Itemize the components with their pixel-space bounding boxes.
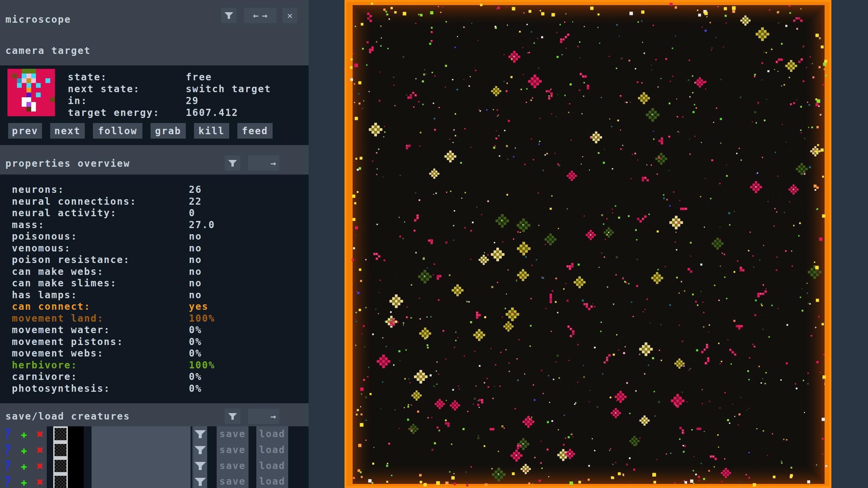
save-load-title: save/load creatures [5,406,130,426]
property-row: venomous:no [0,243,309,255]
slot-save-button[interactable]: save [217,458,249,474]
sprite-pixel [45,88,50,93]
slot-dropdown-button[interactable] [193,442,207,458]
feed-button[interactable]: feed [237,123,273,139]
sprite-pixel [36,97,41,102]
follow-button[interactable]: follow [93,123,142,139]
collapse-icon [224,12,234,19]
slot-info-icon[interactable]: ? [3,442,12,458]
slot-delete-icon[interactable]: ✖ [37,475,43,488]
slot-info-icon[interactable]: ? [3,426,12,442]
slot-thumbnail[interactable] [55,428,66,440]
info-label: next state: [68,83,140,95]
slot-add-icon[interactable]: ✚ [21,444,27,456]
close-button[interactable]: ✕ [282,8,297,23]
slot-name-select[interactable] [92,458,191,474]
slot-delete-icon[interactable]: ✖ [37,443,43,457]
property-value: 0 [189,207,195,219]
slot-info-icon[interactable]: ? [3,458,12,474]
slot-save-button[interactable]: save [217,426,249,442]
slot-load-button[interactable]: load [256,458,288,474]
sprite-pixel [31,88,36,93]
sprite-pixel [50,102,55,107]
property-row: has lamps:no [0,289,309,301]
slot-thumbnail[interactable] [55,444,66,456]
slot-load-button[interactable]: load [256,426,288,442]
slot-thumbnail[interactable] [55,460,66,472]
next-button[interactable]: next [50,123,85,139]
sprite-pixel [31,74,36,78]
sprite-pixel [45,83,50,88]
property-label: movement land: [12,313,104,324]
sprite-pixel [17,69,22,74]
sprite-pixel [41,83,45,88]
slot-name-column [92,426,191,488]
slot-dropdown-button[interactable] [193,426,207,442]
slot-thumbnails-column [53,426,68,488]
slot-dropdown-button[interactable] [193,474,207,488]
property-label: neurons: [12,184,64,195]
sprite-pixel [7,93,12,97]
sprite-pixel [36,74,41,78]
property-value: 26 [189,184,202,196]
sprite-pixel [12,97,17,102]
slot-save-button[interactable]: save [217,442,249,458]
collapse-properties-button[interactable] [225,156,240,171]
collapse-save-load-button[interactable] [225,409,240,424]
dropdown-icon [195,478,206,486]
history-nav-button[interactable]: ← → [244,8,276,23]
property-value: no [189,278,202,289]
sprite-pixel [22,111,26,116]
slot-name-select[interactable] [92,474,191,488]
sprite-pixel [50,97,55,102]
slot-dropdown-button[interactable] [193,458,207,474]
slot-add-icon[interactable]: ✚ [21,428,27,440]
slot-add-icon[interactable]: ✚ [21,476,27,488]
simulation-canvas[interactable] [344,0,831,488]
grab-button[interactable]: grab [151,123,186,139]
property-value: 0% [189,383,202,395]
sprite-pixel [36,78,41,83]
expand-save-load-button[interactable]: → [248,409,279,424]
slot-name-select[interactable] [92,442,191,458]
expand-properties-button[interactable]: → [248,156,279,171]
slot-name-select[interactable] [92,426,191,442]
right-arrow-icon: → [271,411,276,422]
collapse-panel-button[interactable] [221,8,237,23]
kill-button[interactable]: kill [194,123,229,139]
sprite-pixel [12,102,17,107]
sprite-pixel [31,102,36,107]
sprite-pixel [12,107,17,111]
sprite-pixel [12,88,17,93]
sprite-pixel [7,83,12,88]
slot-delete-icon[interactable]: ✖ [37,459,43,473]
slot-dropdown-column [192,426,207,488]
property-row: mass:27.0 [0,219,309,231]
info-label: in: [68,95,87,106]
collapse-icon [228,160,237,167]
info-value: 1607.412 [186,107,238,119]
sprite-pixel [17,74,22,78]
sprite-pixel [26,88,31,93]
sprite-pixel [50,111,55,116]
sprite-pixel [7,111,12,116]
sprite-pixel [31,107,36,111]
sprite-pixel [22,102,26,107]
property-row: carnivore:0% [0,371,309,383]
slot-delete-icon[interactable]: ✖ [37,427,43,441]
sprite-pixel [26,111,31,116]
slot-save-button[interactable]: save [217,474,249,488]
slot-save-column: savesavesavesave [217,426,249,488]
slot-load-button[interactable]: load [256,474,288,488]
property-value: no [189,243,202,255]
slot-thumbnail[interactable] [55,476,66,488]
prev-button[interactable]: prev [8,123,42,139]
slot-add-icon[interactable]: ✚ [21,460,27,472]
save-load-header: save/load creatures → [0,406,309,426]
slot-load-button[interactable]: load [256,442,288,458]
slot-info-icon[interactable]: ? [3,474,12,488]
property-value: 22 [189,196,202,208]
target-action-buttons: prevnextfollowgrabkillfeed [8,123,273,139]
sprite-pixel [50,93,55,97]
sprite-pixel [36,69,41,74]
